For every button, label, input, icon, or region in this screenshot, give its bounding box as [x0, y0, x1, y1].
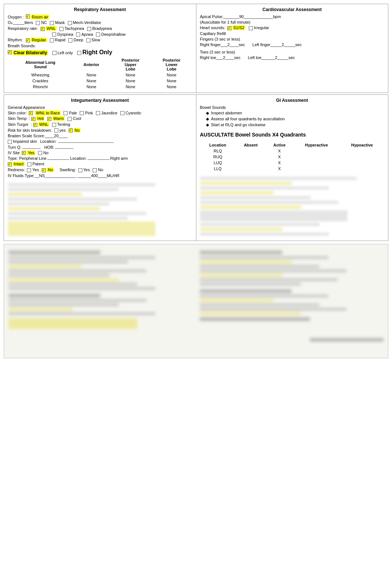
gi-title: GI Assessment [200, 98, 385, 103]
deep-shallow-checkbox[interactable] [96, 32, 100, 37]
warm-checkbox[interactable] [47, 117, 51, 121]
turn-q-row: Turn Q: HOB: [8, 145, 192, 149]
jaundice-checkbox[interactable] [96, 111, 100, 115]
no-skin-checkbox[interactable] [69, 128, 73, 132]
pale-checkbox[interactable] [63, 111, 68, 115]
slow-checkbox[interactable] [86, 38, 90, 42]
left-only-checkbox[interactable] [52, 51, 56, 55]
gi-loc-luq: LUQ [200, 160, 236, 166]
deep-checkbox[interactable] [68, 38, 72, 42]
turn-q-field[interactable] [22, 148, 41, 149]
red-no-checkbox[interactable] [42, 168, 46, 172]
bullet2: ◆ [206, 117, 209, 121]
sound-rhonchi: Rhonchi [8, 84, 73, 90]
rapid-label: Rapid [55, 38, 66, 42]
hob-field[interactable] [55, 148, 73, 149]
tenting-checkbox[interactable] [52, 123, 56, 127]
pu-crackles: None [110, 78, 151, 84]
gi-hypo-llq [340, 166, 384, 172]
capillary-refill-label-row: Capillary Refill [200, 31, 385, 36]
hot-checkbox[interactable] [31, 117, 35, 121]
iv-yes-checkbox[interactable] [22, 151, 26, 155]
right-only-checkbox[interactable] [77, 51, 81, 55]
gi-col-hyperactive: Hyperactive [293, 142, 340, 148]
iv-no-checkbox[interactable] [38, 151, 42, 155]
mask-checkbox[interactable] [50, 21, 54, 25]
gi-col-hypoactive: Hypoactive [340, 142, 384, 148]
pl-crackles: None [151, 78, 192, 84]
sw-yes-checkbox[interactable] [78, 168, 82, 172]
iv-site-label: IV Site [8, 151, 20, 155]
location-field[interactable] [58, 142, 114, 143]
wnl-checkbox[interactable] [41, 27, 45, 31]
rapid-checkbox[interactable] [50, 38, 54, 42]
dyspnea-checkbox[interactable] [52, 32, 56, 37]
top-section: Respiratory Assessment Oxygen : Room air… [4, 4, 388, 93]
col-post-lower: PosteriorLowerLobe [151, 57, 192, 72]
location2-value[interactable] [87, 159, 110, 160]
general-appearance-label: General Appearance [8, 105, 45, 110]
ant-crackles: None [73, 78, 110, 84]
sound-crackles: Crackles [8, 78, 73, 84]
sw-no-label: No [98, 168, 103, 172]
iv-yes-label: Yes [27, 151, 35, 155]
cool-checkbox[interactable] [68, 117, 72, 121]
gi-absent-rlq [236, 148, 266, 154]
intact-checkbox[interactable] [8, 162, 12, 166]
gi-absent-ruq [236, 154, 266, 160]
gi-hyper-llq [293, 166, 340, 172]
yes-skin-checkbox[interactable] [54, 128, 58, 132]
oxygen-checkbox[interactable] [26, 14, 30, 18]
blurred-gi-content [200, 177, 385, 236]
cyanotic-checkbox[interactable] [120, 111, 124, 115]
braden-label: Braden Scale Score:____20____ [8, 134, 68, 138]
apnea-checkbox[interactable] [76, 32, 80, 37]
risk-skin-label: Risk for skin breakdown: [8, 128, 52, 132]
mech-vent-checkbox[interactable] [68, 21, 72, 25]
regular-label: Regular [31, 38, 47, 42]
pink-checkbox[interactable] [80, 111, 84, 115]
s1s2-label: S1/S2 [233, 25, 245, 30]
bradypnea-label: Bradypnea [92, 26, 112, 31]
o2-liters-row: O₂ _____liters NC Mask Mech-Ventilator [8, 20, 192, 25]
impaired-skin-checkbox[interactable] [8, 140, 12, 144]
wnl-turgor-label: WNL [38, 122, 49, 127]
clear-bilaterally-checkbox[interactable] [8, 50, 12, 54]
sw-no-checkbox[interactable] [93, 168, 97, 172]
location2-field[interactable] [47, 159, 69, 160]
iv-no-label: No [43, 151, 48, 155]
resp-rate-row: Respiratory rate: WNL Tachypnea Bradypne… [8, 26, 192, 31]
apical-pulse-label: Apical Pulse: [200, 14, 224, 19]
cardiovascular-panel: Cardiovascular Assessment Apical Pulse: … [196, 4, 388, 93]
toes-label: Toes (3 sec or less) [200, 50, 235, 54]
table-row: LUQ X [200, 160, 385, 166]
nc-checkbox[interactable] [36, 21, 40, 25]
o2-liters-blank: _____liters [13, 20, 33, 25]
s1s2-checkbox[interactable] [227, 26, 231, 30]
bullet3: ◆ [206, 123, 209, 127]
oxygen-row: Oxygen : Room air [8, 14, 192, 19]
blurred-integ-content [8, 183, 192, 236]
bradypnea-checkbox[interactable] [87, 27, 91, 31]
type-label: Type: [8, 156, 18, 161]
peripheral-line-label: Peripheral Line [19, 156, 47, 161]
regular-checkbox[interactable] [26, 38, 30, 42]
warm-label: Warm [52, 116, 65, 121]
wnl-race-checkbox[interactable] [29, 111, 33, 115]
irregular-checkbox[interactable] [249, 26, 253, 30]
hob-label: HOB: [44, 145, 54, 149]
right-toe-value: Right toe___2____sec [200, 55, 241, 60]
gi-col-active: Active [266, 142, 293, 148]
inspect-row: ◆ Inspect abdomen [200, 111, 385, 115]
gi-hyper-rlq [293, 148, 340, 154]
gi-hypo-ruq [340, 154, 384, 160]
gi-col-location: Location [200, 142, 236, 148]
patent-checkbox[interactable] [27, 162, 31, 166]
red-yes-checkbox[interactable] [27, 168, 31, 172]
wnl-turgor-checkbox[interactable] [33, 123, 37, 127]
tachypnea-checkbox[interactable] [59, 27, 63, 31]
clear-bilaterally-label: Clear Bilaterally [13, 50, 48, 55]
gi-absent-luq [236, 160, 266, 166]
intact-row: Intact Patent [8, 162, 192, 166]
table-row: Crackles None None None [8, 78, 192, 84]
